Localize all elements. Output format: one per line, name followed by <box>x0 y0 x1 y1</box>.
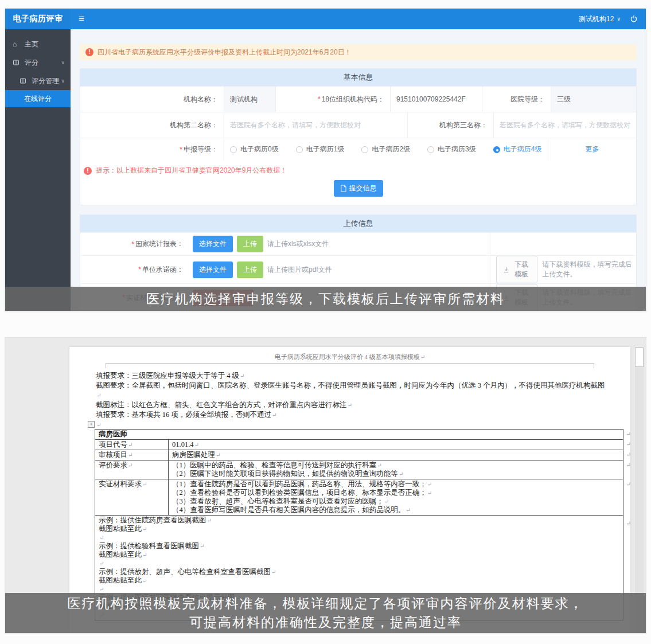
paragraph-mark-icon: ↵ <box>377 462 381 469</box>
table-row: 机构第二名称： 若医院有多个名称，请填写，方便数据校对 机构第三名称： 若医院有… <box>80 112 636 138</box>
deadline-alert: ! 四川省电子病历系统应用水平分级评价申报及资料上传截止时间为2021年6月20… <box>80 44 637 60</box>
paragraph-mark-icon: ↵ <box>128 442 132 448</box>
paragraph-mark-icon: ↵ <box>406 507 410 513</box>
second-name-label: 机构第二名称： <box>80 112 224 138</box>
sidebar-item-scoring[interactable]: 评分 ∨ <box>5 53 71 72</box>
paragraph-mark-icon: ↵ <box>142 577 147 584</box>
value-cell: （1）医嘱中的药品、检验、检查等信息可传送到对应的执行科室↵ （2）医嘱下达时能… <box>169 460 623 479</box>
alert-icon: ! <box>84 167 92 175</box>
table-row: 评价要求↵ （1）医嘱中的药品、检验、检查等信息可传送到对应的执行科室↵ （2）… <box>95 460 623 479</box>
example-line: ↵ <box>99 559 619 568</box>
example-line: ↵ <box>99 585 619 594</box>
chevron-down-icon: ∨ <box>61 78 65 84</box>
chevron-down-icon: ∨ <box>61 60 65 65</box>
example-line: 截图粘贴至此↵ <box>99 576 619 585</box>
upload-row-commitment-letter: * 单位承诺函： 选择文件 上传 请上传图片或pdf文件 下载模板 请下载资料 <box>80 255 636 283</box>
required-asterisk: * <box>318 95 321 103</box>
user-dropdown[interactable]: 测试机构12 ∨ <box>579 14 621 24</box>
sidebar-item-label: 评分管理 <box>32 76 59 86</box>
alert-text: 四川省电子病历系统应用水平分级评价申报及资料上传截止时间为2021年6月20日！ <box>98 48 352 57</box>
book-icon <box>20 77 28 84</box>
key-cell: 实证材料要求↵ <box>95 479 169 516</box>
submit-button[interactable]: 提交信息 <box>334 180 383 197</box>
paragraph-mark-icon: ↵ <box>420 354 425 360</box>
radio-level-3[interactable]: 电子病历3级 <box>427 145 476 154</box>
paragraph-mark-icon: ↵ <box>399 471 403 477</box>
sidebar: 电子病历评审 ⌂ 主页 评分 ∨ 评分管理 ∨ 在线评分 <box>5 9 71 311</box>
doc-paragraph: 截图要求：全屏截图，包括时间窗口、医院名称、登录医生账号名称，不得使用管理员账号… <box>96 381 606 400</box>
doc-paragraph: 填报要求：三级医院应申报等级大于等于 4 级↵ <box>96 371 606 381</box>
choose-file-button[interactable]: 选择文件 <box>193 236 233 252</box>
row-end-mark-icon: ↵ <box>626 518 631 528</box>
power-icon[interactable] <box>630 15 638 23</box>
paragraph-mark-icon: ↵ <box>96 392 101 399</box>
material-line: （1）查看住院药房是否可以看到药品医嘱，药品名称、用法、规格等内容一致；↵ <box>172 480 619 489</box>
table-row: 病房医师 <box>95 430 623 440</box>
second-name-input[interactable]: 若医院有多个名称，请填写，方便数据校对 <box>224 112 407 138</box>
paragraph-mark-icon: ↵ <box>128 462 132 469</box>
org-code-value: 91510100709225442F <box>390 87 482 112</box>
caption-overlay-2: 医疗机构按照模板完成材料准备，模板详细规定了各项评审内容评价及材料要求， 可提高… <box>5 593 646 633</box>
table-move-handle-icon[interactable]: + <box>88 421 95 428</box>
scrollbar-track[interactable] <box>635 347 644 633</box>
download-icon <box>503 267 509 273</box>
required-asterisk: * <box>131 240 134 248</box>
eval-line: （2）医嘱下达时能关联项目获得药物知识，如提供药物说明查询功能等↵ <box>172 470 619 478</box>
sidebar-item-score-management[interactable]: 评分管理 ∨ <box>5 72 71 90</box>
sidebar-item-online-scoring[interactable]: 在线评分 <box>5 90 71 107</box>
org-name-value: 测试机构 <box>224 87 275 112</box>
radio-level-0[interactable]: 电子病历0级 <box>230 145 279 154</box>
scrollbar-thumb[interactable] <box>635 348 644 367</box>
upload-row-label: * 国家统计报表： <box>80 233 190 255</box>
radio-level-1[interactable]: 电子病历1级 <box>296 145 345 154</box>
doc-paragraph: 填报要求：基本项共 16 项，必须全部填报，否则不通过↵ <box>96 410 606 420</box>
hospital-grade-label: 医院等级： <box>482 87 551 112</box>
radio-level-2[interactable]: 电子病历2级 <box>361 145 410 154</box>
caption-text: 医疗机构选择审申报等级，下载模板后上传评审所需材料 <box>146 290 505 308</box>
value-cell: 01.01.4↵ <box>169 440 623 450</box>
choose-file-button[interactable]: 选择文件 <box>193 261 233 278</box>
basic-info-panel: 基本信息 机构名称： 测试机构 * 18位组织机构代码： 91510100709… <box>80 68 637 205</box>
radio-icon <box>296 146 303 153</box>
example-line: 截图粘贴至此↵ <box>99 525 619 533</box>
upload-row-download: 下载模板 请下载资料模版，填写完成后上传文件。 <box>490 256 636 283</box>
paragraph-mark-icon: ↵ <box>142 481 147 487</box>
hamburger-menu-icon[interactable]: ≡ <box>79 13 84 25</box>
radio-level-4-selected[interactable]: 电子病历4级 <box>493 145 542 154</box>
caption-text-line2: 可提高材料的准确性及完整度，提高通过率 <box>189 613 462 632</box>
third-name-input[interactable]: 若医院有多个名称，请填写，方便数据校对 <box>493 112 636 138</box>
section-title-cell: 病房医师 <box>95 430 623 440</box>
declare-level-options: 电子病历0级 电子病历1级 电子病历2级 电子病历3级 电子病历4级 <box>224 138 548 161</box>
value-cell: （1）查看住院药房是否可以看到药品医嘱，药品名称、用法、规格等内容一致；↵ （2… <box>169 479 623 516</box>
upload-button[interactable]: 上传 <box>237 261 263 278</box>
upload-row-download <box>490 233 636 255</box>
more-link[interactable]: 更多 <box>548 138 636 161</box>
main-content: ! 四川省电子病历系统应用水平分级评价申报及资料上传截止时间为2021年6月20… <box>71 29 646 311</box>
row-end-mark-icon: ↵ <box>626 479 631 489</box>
upload-tip: 请上传xls或xlsx文件 <box>267 239 329 249</box>
example-line: 示例：提供检验科查看医嘱截图↵ <box>99 542 619 551</box>
paragraph-mark-icon: ↵ <box>96 420 101 430</box>
document-body: 填报要求：三级医院应申报等级大于等于 4 级↵ 截图要求：全屏截图，包括时间窗口… <box>69 364 630 620</box>
download-template-button[interactable]: 下载模板 <box>496 256 537 283</box>
table-row: 实证材料要求↵ （1）查看住院药房是否可以看到药品医嘱，药品名称、用法、规格等内… <box>95 479 623 516</box>
eval-line: （1）医嘱中的药品、检验、检查等信息可传送到对应的执行科室↵ <box>172 461 619 470</box>
doc-paragraph: 截图标注：以红色方框、箭头、红色文字组合的方式，对评价重点内容进行标注↵ <box>96 400 606 410</box>
sidebar-item-home[interactable]: ⌂ 主页 <box>5 35 71 53</box>
document-header: 电子病历系统应用水平分级评价 4 级基本项填报模板↵ <box>69 347 630 361</box>
required-asterisk: * <box>180 146 182 154</box>
paragraph-mark-icon: ↵ <box>216 452 220 458</box>
document-page: 电子病历系统应用水平分级评价 4 级基本项填报模板↵ 填报要求：三级医院应申报等… <box>69 347 630 633</box>
table-row: 审核项目↵ 病房医嘱处理↵ <box>95 450 623 460</box>
upload-button[interactable]: 上传 <box>237 236 263 252</box>
radio-icon <box>493 146 500 153</box>
caption-overlay-1: 医疗机构选择审申报等级，下载模板后上传评审所需材料 <box>5 287 646 311</box>
topbar-right: 测试机构12 ∨ <box>579 14 638 24</box>
topbar: ≡ 测试机构12 ∨ <box>71 9 646 29</box>
app-brand: 电子病历评审 <box>5 9 71 29</box>
paragraph-mark-icon: ↵ <box>99 534 104 541</box>
paragraph-mark-icon: ↵ <box>348 402 352 408</box>
chevron-down-icon: ∨ <box>617 16 621 22</box>
document-icon <box>340 185 346 192</box>
second-name-placeholder: 若医院有多个名称，请填写，方便数据校对 <box>230 120 361 130</box>
